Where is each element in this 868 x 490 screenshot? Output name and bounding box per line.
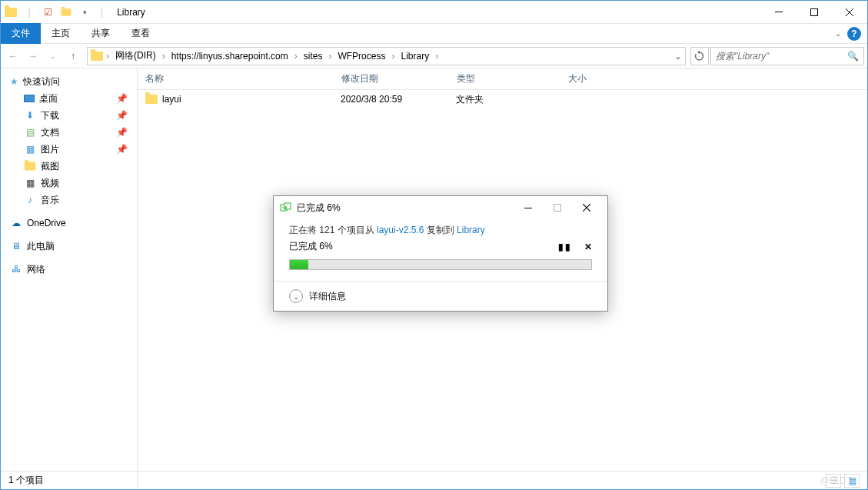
sidebar-item-videos[interactable]: ▦ 视频 bbox=[1, 175, 137, 192]
ribbon-expand-icon[interactable]: ⌄ bbox=[835, 29, 841, 38]
crumb-host[interactable]: https://linyus.sharepoint.com bbox=[168, 51, 291, 62]
watermark: @51CT bbox=[820, 475, 852, 486]
crumb-wfprocess[interactable]: WFProcess bbox=[334, 51, 388, 62]
cancel-button[interactable]: ✕ bbox=[584, 242, 592, 252]
close-button[interactable] bbox=[832, 1, 867, 24]
properties-icon[interactable]: ☑ bbox=[41, 5, 55, 19]
sidebar-item-pictures[interactable]: ▦ 图片 📌 bbox=[1, 141, 137, 158]
sidebar-item-network[interactable]: 🖧 网络 bbox=[1, 261, 137, 278]
help-icon[interactable]: ? bbox=[847, 27, 861, 41]
pin-icon: 📌 bbox=[116, 127, 128, 138]
address-bar[interactable]: › 网络(DIR) › https://linyus.sharepoint.co… bbox=[87, 47, 686, 65]
pause-button[interactable]: ▮▮ bbox=[558, 242, 572, 252]
ribbon-tabs: 文件 主页 共享 查看 ⌄ ? bbox=[1, 24, 867, 44]
close-icon bbox=[583, 204, 590, 212]
chevron-right-icon[interactable]: › bbox=[161, 51, 167, 62]
svg-rect-4 bbox=[524, 208, 532, 208]
pin-icon: 📌 bbox=[116, 93, 128, 104]
maximize-icon bbox=[554, 204, 561, 212]
sidebar-item-label: 此电脑 bbox=[27, 240, 55, 253]
details-toggle[interactable]: ⌄ 详细信息 bbox=[274, 281, 607, 311]
pin-icon: 📌 bbox=[116, 110, 128, 121]
dest-link[interactable]: Library bbox=[457, 225, 485, 235]
svg-rect-1 bbox=[811, 8, 818, 15]
window-controls bbox=[761, 1, 867, 24]
sidebar-item-screenshots[interactable]: 截图 bbox=[1, 158, 137, 175]
up-button[interactable]: ↑ bbox=[64, 47, 82, 65]
dialog-title-bar: 已完成 6% bbox=[274, 196, 607, 219]
maximize-button[interactable] bbox=[796, 1, 832, 24]
sidebar-item-label: 网络 bbox=[27, 263, 45, 276]
address-dropdown-icon[interactable]: ⌄ bbox=[674, 51, 682, 62]
sidebar-item-documents[interactable]: ▤ 文档 📌 bbox=[1, 124, 137, 141]
sidebar-item-desktop[interactable]: 桌面 📌 bbox=[1, 90, 137, 107]
chevron-right-icon[interactable]: › bbox=[434, 51, 440, 62]
crumb-network[interactable]: 网络(DIR) bbox=[112, 49, 159, 62]
file-row[interactable]: layui 2020/3/8 20:59 文件夹 bbox=[138, 90, 867, 108]
column-date[interactable]: 修改日期 bbox=[334, 72, 449, 85]
chevron-right-icon[interactable]: › bbox=[293, 51, 299, 62]
sidebar-item-music[interactable]: ♪ 音乐 bbox=[1, 192, 137, 208]
dialog-maximize-button bbox=[543, 196, 572, 219]
window-title: Library bbox=[117, 7, 145, 18]
desktop-icon bbox=[24, 95, 35, 102]
crumb-library[interactable]: Library bbox=[397, 51, 432, 62]
search-box[interactable]: 🔍 bbox=[710, 47, 864, 65]
sidebar-item-label: OneDrive bbox=[27, 218, 66, 228]
refresh-button[interactable] bbox=[690, 47, 709, 65]
crumb-sites[interactable]: sites bbox=[301, 51, 326, 62]
sidebar-item-downloads[interactable]: ⬇ 下载 📌 bbox=[1, 107, 137, 124]
sidebar-item-onedrive[interactable]: ☁ OneDrive bbox=[1, 215, 137, 232]
video-icon: ▦ bbox=[24, 177, 36, 189]
folder-icon bbox=[24, 160, 36, 172]
star-icon: ★ bbox=[10, 76, 18, 87]
file-type: 文件夹 bbox=[456, 93, 567, 106]
svg-rect-5 bbox=[554, 205, 561, 212]
documents-icon: ▤ bbox=[24, 126, 36, 138]
chevron-right-icon[interactable]: › bbox=[390, 51, 396, 62]
svg-rect-0 bbox=[775, 12, 783, 12]
column-type[interactable]: 类型 bbox=[449, 72, 560, 85]
tab-view[interactable]: 查看 bbox=[121, 23, 161, 44]
column-size[interactable]: 大小 bbox=[560, 72, 653, 85]
back-button[interactable]: ← bbox=[4, 47, 22, 65]
pin-icon: 📌 bbox=[116, 144, 128, 155]
navigation-pane: ★ 快速访问 桌面 📌 ⬇ 下载 📌 ▤ 文档 📌 ▦ 图片 📌 截图 ▦ bbox=[1, 68, 138, 488]
folder-small-icon[interactable] bbox=[59, 5, 73, 19]
pc-icon: 🖥 bbox=[10, 240, 22, 252]
folder-icon bbox=[91, 50, 103, 62]
qat-dropdown-icon[interactable]: ▾ bbox=[78, 5, 91, 19]
title-bar: | ☑ ▾ | Library bbox=[1, 1, 867, 24]
recent-dropdown-icon[interactable]: ⌄ bbox=[44, 47, 62, 65]
chevron-right-icon[interactable]: › bbox=[105, 51, 111, 62]
copy-description: 正在将 121 个项目从 layui-v2.5.6 复制到 Library bbox=[289, 224, 592, 237]
column-name[interactable]: 名称 bbox=[138, 72, 334, 85]
copy-icon bbox=[280, 202, 292, 214]
folder-icon bbox=[145, 93, 158, 105]
dialog-close-button[interactable] bbox=[572, 196, 601, 219]
minimize-button[interactable] bbox=[761, 1, 796, 24]
pictures-icon: ▦ bbox=[24, 143, 36, 155]
quick-access-group[interactable]: ★ 快速访问 bbox=[1, 73, 137, 90]
sidebar-item-label: 图片 bbox=[41, 143, 59, 156]
sidebar-item-this-pc[interactable]: 🖥 此电脑 bbox=[1, 238, 137, 255]
tab-home[interactable]: 主页 bbox=[41, 23, 81, 44]
progress-bar bbox=[289, 259, 592, 270]
dialog-title: 已完成 6% bbox=[297, 202, 514, 215]
progress-label: 已完成 6% ▮▮ ✕ bbox=[289, 240, 592, 253]
search-input[interactable] bbox=[716, 51, 847, 62]
chevron-right-icon[interactable]: › bbox=[327, 51, 333, 62]
search-icon[interactable]: 🔍 bbox=[847, 51, 859, 62]
refresh-icon bbox=[694, 51, 705, 62]
source-link[interactable]: layui-v2.5.6 bbox=[377, 225, 424, 235]
music-icon: ♪ bbox=[24, 194, 36, 206]
item-count: 1 个项目 bbox=[8, 474, 44, 487]
sidebar-item-label: 桌面 bbox=[39, 92, 58, 105]
tab-share[interactable]: 共享 bbox=[81, 23, 121, 44]
network-icon: 🖧 bbox=[10, 263, 22, 275]
dialog-minimize-button[interactable] bbox=[514, 196, 543, 219]
tab-file[interactable]: 文件 bbox=[1, 23, 41, 44]
sort-arrow-icon: ⌃ bbox=[364, 75, 377, 83]
forward-button[interactable]: → bbox=[24, 47, 42, 65]
sidebar-item-label: 截图 bbox=[41, 160, 59, 173]
